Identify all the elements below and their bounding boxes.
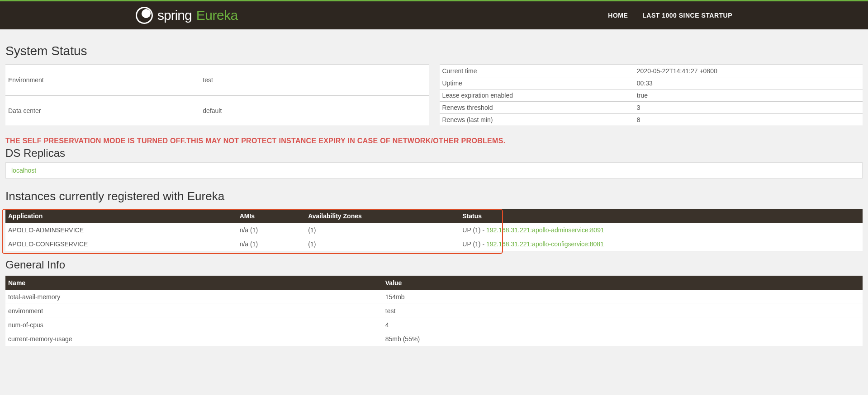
gi-value: test (383, 304, 863, 318)
navbar: spring Eureka HOME LAST 1000 SINCE START… (0, 1, 868, 29)
status-row: Renews threshold3 (440, 102, 863, 114)
instance-az: (1) (305, 223, 460, 237)
instance-status: UP (1) - 192.168.31.221:apollo-configser… (460, 237, 863, 251)
general-info-heading: General Info (5, 259, 863, 271)
status-value: default (200, 95, 428, 126)
th-name: Name (5, 276, 383, 290)
instance-app: APOLLO-ADMINSERVICE (5, 223, 237, 237)
nav-links: HOME LAST 1000 SINCE STARTUP (608, 12, 732, 19)
status-value: true (634, 89, 863, 102)
status-value: 2020-05-22T14:41:27 +0800 (634, 65, 863, 77)
gi-name: num-of-cpus (5, 318, 383, 332)
status-row: Environmenttest (5, 65, 429, 96)
ds-replicas-box: localhost (5, 162, 863, 179)
instance-status: UP (1) - 192.168.31.221:apollo-adminserv… (460, 223, 863, 237)
general-info-row: num-of-cpus4 (5, 318, 863, 332)
status-label: Renews (last min) (440, 114, 634, 126)
status-value: 3 (634, 102, 863, 114)
instances-heading: Instances currently registered with Eure… (5, 189, 863, 203)
nav-last1000-link[interactable]: LAST 1000 SINCE STARTUP (642, 12, 732, 19)
system-status-tables: EnvironmenttestData centerdefault Curren… (5, 65, 863, 126)
gi-name: environment (5, 304, 383, 318)
brand-eureka-text: Eureka (196, 8, 238, 23)
instance-amis: n/a (1) (237, 223, 306, 237)
general-info-table: Name Value total-avail-memory154mbenviro… (5, 276, 863, 346)
status-label: Uptime (440, 77, 634, 89)
th-status: Status (460, 209, 863, 223)
nav-home-link[interactable]: HOME (608, 12, 628, 19)
th-availability-zones: Availability Zones (305, 209, 460, 223)
th-amis: AMIs (237, 209, 306, 223)
status-table-right: Current time2020-05-22T14:41:27 +0800Upt… (440, 65, 863, 126)
status-row: Lease expiration enabledtrue (440, 89, 863, 102)
status-label: Renews threshold (440, 102, 634, 114)
status-label: Lease expiration enabled (440, 89, 634, 102)
ds-replicas-heading: DS Replicas (5, 147, 863, 160)
system-status-heading: System Status (5, 44, 863, 58)
instance-row: APOLLO-CONFIGSERVICEn/a (1)(1)UP (1) - 1… (5, 237, 863, 251)
gi-name: current-memory-usage (5, 332, 383, 346)
replica-link[interactable]: localhost (11, 167, 36, 174)
status-label: Current time (440, 65, 634, 77)
gi-name: total-avail-memory (5, 290, 383, 304)
instance-row: APOLLO-ADMINSERVICEn/a (1)(1)UP (1) - 19… (5, 223, 863, 237)
th-application: Application (5, 209, 237, 223)
gi-value: 4 (383, 318, 863, 332)
status-row: Uptime00:33 (440, 77, 863, 89)
status-value: 8 (634, 114, 863, 126)
brand-spring-text: spring (157, 8, 192, 23)
brand[interactable]: spring Eureka (136, 7, 238, 24)
instance-app: APOLLO-CONFIGSERVICE (5, 237, 237, 251)
instances-table: Application AMIs Availability Zones Stat… (5, 209, 863, 251)
status-value: 00:33 (634, 77, 863, 89)
th-value: Value (383, 276, 863, 290)
status-row: Current time2020-05-22T14:41:27 +0800 (440, 65, 863, 77)
gi-value: 154mb (383, 290, 863, 304)
instance-amis: n/a (1) (237, 237, 306, 251)
general-info-row: total-avail-memory154mb (5, 290, 863, 304)
status-value: test (200, 65, 428, 96)
status-label: Environment (5, 65, 200, 96)
instance-link[interactable]: 192.168.31.221:apollo-adminservice:8091 (486, 226, 604, 234)
self-preservation-warning: THE SELF PRESERVATION MODE IS TURNED OFF… (5, 137, 863, 145)
spring-logo-icon (136, 7, 153, 24)
general-info-row: environmenttest (5, 304, 863, 318)
status-table-left: EnvironmenttestData centerdefault (5, 65, 429, 126)
status-row: Renews (last min)8 (440, 114, 863, 126)
gi-value: 85mb (55%) (383, 332, 863, 346)
status-row: Data centerdefault (5, 95, 429, 126)
instance-link[interactable]: 192.168.31.221:apollo-configservice:8081 (486, 240, 604, 248)
status-label: Data center (5, 95, 200, 126)
instance-az: (1) (305, 237, 460, 251)
general-info-row: current-memory-usage85mb (55%) (5, 332, 863, 346)
